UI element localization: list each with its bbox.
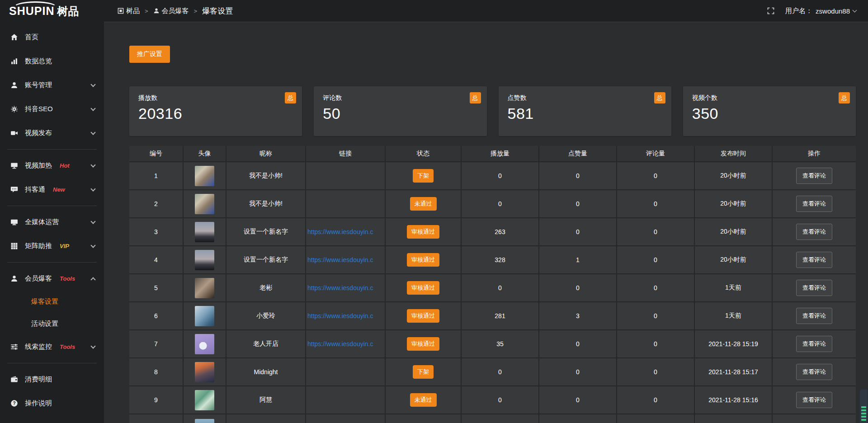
breadcrumb-item[interactable]: 树品 <box>118 7 140 15</box>
view-comments-button[interactable]: 查看评论 <box>796 224 832 240</box>
status-badge[interactable]: 审核通过 <box>407 225 439 239</box>
cell-play: 0 <box>462 358 538 385</box>
cell-link <box>306 162 385 189</box>
cell-comment: 0 <box>617 302 694 329</box>
column-header: 编号 <box>129 146 183 161</box>
breadcrumb-label: 树品 <box>126 7 140 15</box>
chevron-down-icon <box>90 162 95 167</box>
total-badge: 总 <box>285 92 296 103</box>
sidebar-item[interactable]: 会员爆客Tools <box>0 267 104 291</box>
sidebar-item[interactable]: 操作说明 <box>0 391 104 415</box>
wallet-icon <box>10 376 18 383</box>
table-row-partial-cell <box>306 414 385 423</box>
sidebar-item-label: 消费明细 <box>25 375 52 384</box>
cell-comment: 0 <box>617 358 694 385</box>
help-icon <box>10 400 18 407</box>
sidebar-item[interactable]: 消费明细 <box>0 367 104 391</box>
view-comments-button[interactable]: 查看评论 <box>796 308 832 324</box>
cell-nickname: 阿慧 <box>226 386 305 414</box>
view-comments-button[interactable]: 查看评论 <box>796 252 832 268</box>
breadcrumb-item[interactable]: 爆客设置 <box>202 6 233 16</box>
user-menu[interactable]: 用户名：zswodun88 <box>785 7 856 15</box>
table-row-partial-cell <box>184 414 226 423</box>
view-comments-button[interactable]: 查看评论 <box>796 168 832 184</box>
cell-action: 查看评论 <box>773 190 856 217</box>
cell-status: 未通过 <box>386 386 461 414</box>
view-comments-button[interactable]: 查看评论 <box>796 364 832 380</box>
cell-number: 8 <box>129 358 183 385</box>
sidebar-item[interactable]: 线索监控Tools <box>0 335 104 359</box>
sidebar-subitem[interactable]: 活动设置 <box>0 313 104 335</box>
status-badge[interactable]: 未通过 <box>410 197 437 211</box>
sidebar-item[interactable]: 首页 <box>0 25 104 49</box>
cell-nickname: 老彬 <box>226 274 305 301</box>
cell-link: https://www.iesdouyin.c <box>306 330 385 357</box>
sidebar-item[interactable]: 视频加热Hot <box>0 154 104 178</box>
status-badge[interactable]: 下架 <box>413 365 434 379</box>
cell-like: 0 <box>539 274 616 301</box>
view-comments-button[interactable]: 查看评论 <box>796 196 832 212</box>
video-link[interactable]: https://www.iesdouyin.c <box>307 284 373 291</box>
sidebar-item[interactable]: 抖音SEO <box>0 97 104 121</box>
cell-like: 0 <box>539 190 616 217</box>
sidebar-item[interactable]: 视频发布 <box>0 121 104 145</box>
cell-time: 20小时前 <box>695 162 772 189</box>
status-badge[interactable]: 审核通过 <box>407 253 439 267</box>
total-badge: 总 <box>470 92 481 103</box>
cell-time: 20小时前 <box>695 246 772 273</box>
fullscreen-icon[interactable] <box>767 7 774 14</box>
status-badge[interactable]: 审核通过 <box>407 309 439 323</box>
cell-nickname: 设置一个新名字 <box>226 218 305 245</box>
sidebar-item-label: 会员爆客 <box>25 274 52 283</box>
cell-action: 查看评论 <box>773 218 856 245</box>
view-comments-button[interactable]: 查看评论 <box>796 336 832 352</box>
chevron-down-icon <box>90 106 95 111</box>
sidebar-item[interactable]: 账号管理 <box>0 73 104 97</box>
view-comments-button[interactable]: 查看评论 <box>796 392 832 408</box>
cell-comment: 0 <box>617 386 694 414</box>
cell-action: 查看评论 <box>773 246 856 273</box>
floating-widget[interactable] <box>860 390 868 423</box>
video-link[interactable]: https://www.iesdouyin.c <box>307 312 373 320</box>
table-row-partial-cell <box>462 414 538 423</box>
sidebar-subitem[interactable]: 爆客设置 <box>0 291 104 313</box>
logo-arc <box>14 1 57 13</box>
cell-number: 6 <box>129 302 183 329</box>
sidebar-item[interactable]: 数据总览 <box>0 49 104 73</box>
sidebar-item[interactable]: 矩阵助推VIP <box>0 234 104 258</box>
breadcrumb-item[interactable]: 会员爆客 <box>153 7 189 15</box>
members-icon <box>10 275 18 282</box>
cell-number: 7 <box>129 330 183 357</box>
cell-like: 0 <box>539 218 616 245</box>
cell-play: 0 <box>462 274 538 301</box>
cell-comment: 0 <box>617 218 694 245</box>
cell-avatar <box>184 330 226 357</box>
cell-time: 20小时前 <box>695 218 772 245</box>
username: zswodun88 <box>816 7 850 15</box>
status-badge[interactable]: 审核通过 <box>407 337 439 351</box>
status-badge[interactable]: 未通过 <box>410 393 437 407</box>
sidebar-item[interactable]: 全媒体运营 <box>0 210 104 234</box>
status-badge[interactable]: 下架 <box>413 169 434 183</box>
cell-number: 4 <box>129 246 183 273</box>
view-comments-button[interactable]: 查看评论 <box>796 280 832 296</box>
sidebar-item-label: 数据总览 <box>25 57 52 66</box>
video-link[interactable]: https://www.iesdouyin.c <box>307 228 373 235</box>
chevron-down-icon <box>90 219 95 224</box>
column-header: 发布时间 <box>695 146 772 161</box>
video-link[interactable]: https://www.iesdouyin.c <box>307 340 373 348</box>
column-header: 操作 <box>773 146 856 161</box>
cell-link: https://www.iesdouyin.c <box>306 302 385 329</box>
column-header: 评论量 <box>617 146 694 161</box>
status-badge[interactable]: 审核通过 <box>407 281 439 295</box>
sidebar-item-label: 抖客通 <box>25 185 45 194</box>
video-camera-icon <box>10 129 18 137</box>
column-header: 播放量 <box>462 146 538 161</box>
stat-value: 350 <box>692 105 847 122</box>
promo-settings-button[interactable]: 推广设置 <box>129 46 170 63</box>
sidebar-divider <box>7 149 97 150</box>
desktop-icon <box>10 218 18 226</box>
video-link[interactable]: https://www.iesdouyin.c <box>307 256 373 263</box>
sidebar-item[interactable]: 抖客通New <box>0 178 104 202</box>
stat-card: 点赞数581总 <box>499 86 671 136</box>
